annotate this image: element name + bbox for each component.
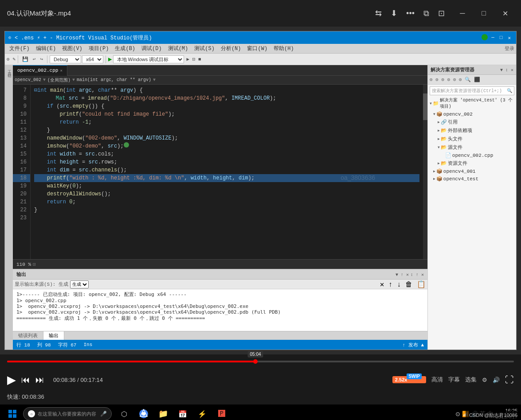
tree-resources[interactable]: ▶ 📂 资源文件 xyxy=(428,159,516,167)
taskbar-app-explorer[interactable]: 📁 xyxy=(154,405,172,420)
toolbar-undo[interactable]: ↩ xyxy=(31,56,38,62)
menu-analyze[interactable]: 分析(N) xyxy=(218,44,244,53)
prev-btn[interactable]: ⏮ xyxy=(21,375,30,385)
solution-search-text: 搜索解决方案资源管理器(Ctrl+;) xyxy=(432,88,502,94)
fullscreen-btn[interactable]: ⛶ xyxy=(505,375,514,385)
ide-titlebar: ⊙ < .ens ⚡ + - Microsoft Visual Studio(管… xyxy=(5,31,516,44)
menu-debug[interactable]: 调试(D) xyxy=(139,44,165,53)
menu-help[interactable]: 帮助(H) xyxy=(271,44,297,53)
editor-scrollbar[interactable] xyxy=(423,85,427,259)
status-col: 列 98 xyxy=(37,342,51,348)
status-row: 行 18 xyxy=(16,342,30,348)
taskbar-app-other[interactable]: 🅿 xyxy=(213,405,231,420)
minimize-btn[interactable]: ─ xyxy=(454,4,471,22)
download-btn[interactable]: ⬇ xyxy=(391,8,397,18)
editor-tab-cpp[interactable]: opencv_002.cpp ✕ xyxy=(13,65,67,76)
csdn-attribution: CSDN @励志君10086 xyxy=(466,411,521,420)
controls-row: ▶ ⏮ ⏭ 00:08:36 / 00:17:14 2.52x SWIP 高清 … xyxy=(0,369,521,391)
code-line-14: imshow("002-demo", src); xyxy=(34,142,419,150)
volume-btn[interactable]: 🔊 xyxy=(493,377,500,383)
code-line-22: } xyxy=(34,206,419,214)
code-line-10: printf("could not find image file"); xyxy=(34,110,419,118)
next-btn[interactable]: ⏭ xyxy=(35,375,44,385)
video-controls: 05:04 ▶ ⏮ ⏭ 00:08:36 / 00:17:14 2.52x SW… xyxy=(0,354,521,404)
menu-view[interactable]: 视图(V) xyxy=(59,44,85,53)
windows-icon xyxy=(8,409,17,418)
start-button[interactable] xyxy=(4,405,21,420)
menu-test-s[interactable]: 测试(S) xyxy=(192,44,217,53)
ide-minimize[interactable]: ─ xyxy=(490,34,496,42)
subtitle-btn[interactable]: 字幕 xyxy=(448,376,460,384)
search-placeholder: 在这里输入你要搜索的内容 xyxy=(38,411,96,417)
win-controls: ─ □ ✕ xyxy=(454,4,514,22)
play-btn[interactable]: ▶ xyxy=(7,373,16,387)
code-line-7: ⊟int main(int argc, char** argv) { xyxy=(34,86,419,94)
ide-main: 工 具 箱 opencv_002.cpp ✕ opencv_002 ▼ (全局范… xyxy=(5,65,516,350)
speed-badge[interactable]: 2.52x SWIP xyxy=(392,376,426,383)
miniplayer-btn[interactable]: ⧉ xyxy=(423,9,429,18)
solution-explorer: 解决方案资源管理器 ▼ ↕ ✕ ⊙ ⊙ ⊙ ⊙ ⊙ ⊙ 🔍 ⬛ 搜索解决方案资源… xyxy=(427,65,516,350)
menu-build[interactable]: 生成(B) xyxy=(112,44,138,53)
tree-cpp-file[interactable]: 📄 opencv_002.cpp xyxy=(428,152,516,159)
status-bar: 行 18 列 98 字符 67 Ins ↑ 发布 ▲ xyxy=(13,340,427,350)
run-btn[interactable]: ▶ xyxy=(108,55,112,63)
taskbar-app-vs[interactable]: ⚡ xyxy=(193,405,211,420)
tree-opencv002[interactable]: ▼ 📦 opencv_002 xyxy=(428,110,516,118)
tree-opencv4test[interactable]: ▶ 📦 opencv4_test xyxy=(428,175,516,183)
menu-project[interactable]: 项目(P) xyxy=(86,44,112,53)
time-tooltip: 05:04 xyxy=(248,351,263,358)
share-btn[interactable]: ⇆ xyxy=(375,8,382,18)
ide-close[interactable]: ✕ xyxy=(506,34,513,42)
menu-test-m[interactable]: 测试(M) xyxy=(165,44,191,53)
output-line-3: 1> opencv_002.vcxproj -> D:\vcworkspaces… xyxy=(16,303,424,309)
window-titlebar: 04.认识Mat对象-.mp4 ⇆ ⬇ ••• ⧉ ⊡ ─ □ ✕ xyxy=(0,0,521,27)
toolbar-redo[interactable]: ↪ xyxy=(38,56,45,62)
menu-file[interactable]: 文件(F) xyxy=(7,44,32,53)
menu-window[interactable]: 窗口(W) xyxy=(244,44,270,53)
tab-errors[interactable]: 错误列表 xyxy=(13,331,43,340)
tree-external-deps[interactable]: ▶ 📂 外部依赖项 xyxy=(428,126,516,135)
taskbar-app-chrome[interactable] xyxy=(135,405,153,420)
tree-source[interactable]: ▼ 📂 源文件 xyxy=(428,143,516,152)
menu-edit[interactable]: 编辑(E) xyxy=(33,44,59,53)
tree-opencv001[interactable]: ▶ 📦 opencv4_001 xyxy=(428,167,516,175)
tree-references[interactable]: ▶ 🔗 引用 xyxy=(428,118,516,126)
output-source-select[interactable]: 生成 xyxy=(70,280,89,288)
settings-btn[interactable]: ⚙ xyxy=(482,377,487,383)
debug-config-dropdown[interactable]: Debug Release xyxy=(50,55,81,63)
tab-close-icon[interactable]: ✕ xyxy=(60,68,62,73)
solution-search-box[interactable]: 搜索解决方案资源管理器(Ctrl+;) 🔍 xyxy=(430,86,514,95)
code-line-20: destroyAllWindows(); xyxy=(34,190,419,198)
code-editor[interactable]: 7 8 9 10 11 12 13 14 15 16 17 18 19 20 xyxy=(13,85,427,259)
breadcrumb-scope: (全局范围) xyxy=(47,77,71,83)
tree-solution[interactable]: ▼ 📁 解决方案 'opencv4_test' (3 个项目) xyxy=(428,96,516,110)
code-line-12: } xyxy=(34,126,419,134)
taskbar-app-calendar[interactable]: 📅 xyxy=(174,405,192,420)
output-line-1: 1>------ 已启动生成: 项目: opencv_002, 配置: Debu… xyxy=(16,291,424,298)
quality-btn[interactable]: 高清 xyxy=(431,376,443,384)
tab-output[interactable]: 输出 xyxy=(43,331,64,340)
platform-dropdown[interactable]: x64 x86 xyxy=(82,55,103,63)
search-mic-icon: 🎤 xyxy=(100,411,107,417)
close-btn[interactable]: ✕ xyxy=(496,4,514,22)
output-title: 输出 xyxy=(16,271,26,278)
code-content[interactable]: ⊟int main(int argc, char** argv) { Mat s… xyxy=(31,85,423,259)
code-line-9: if (src.empty()) { xyxy=(34,102,419,110)
taskbar-app-multidesktop[interactable]: ⬡ xyxy=(115,405,133,420)
output-content: 1>------ 已启动生成: 项目: opencv_002, 配置: Debu… xyxy=(13,289,427,331)
svg-rect-1 xyxy=(13,410,16,413)
maximize-btn[interactable]: □ xyxy=(475,4,493,22)
pip-btn[interactable]: ⊡ xyxy=(438,8,445,18)
toolbar-save[interactable]: 💾 xyxy=(20,56,30,62)
code-line-23 xyxy=(34,214,419,222)
ide-maximize[interactable]: □ xyxy=(498,34,505,42)
solution-explorer-header: 解决方案资源管理器 ▼ ↕ ✕ xyxy=(428,65,516,75)
taskbar-apps: ⬡ 📁 📅 ⚡ 🅿 xyxy=(115,405,231,420)
search-box[interactable]: ○ 在这里输入你要搜索的内容 🎤 xyxy=(23,407,112,420)
more-btn[interactable]: ••• xyxy=(406,9,415,18)
run-target-dropdown[interactable]: 本地 Windows 调试目标 xyxy=(113,55,184,63)
fast-forward-label: 快速: 00:08:36 xyxy=(7,393,44,400)
progress-bar[interactable]: 05:04 xyxy=(7,361,514,362)
select-btn[interactable]: 选集 xyxy=(465,376,477,384)
tree-headers[interactable]: ▶ 📂 头文件 xyxy=(428,135,516,143)
